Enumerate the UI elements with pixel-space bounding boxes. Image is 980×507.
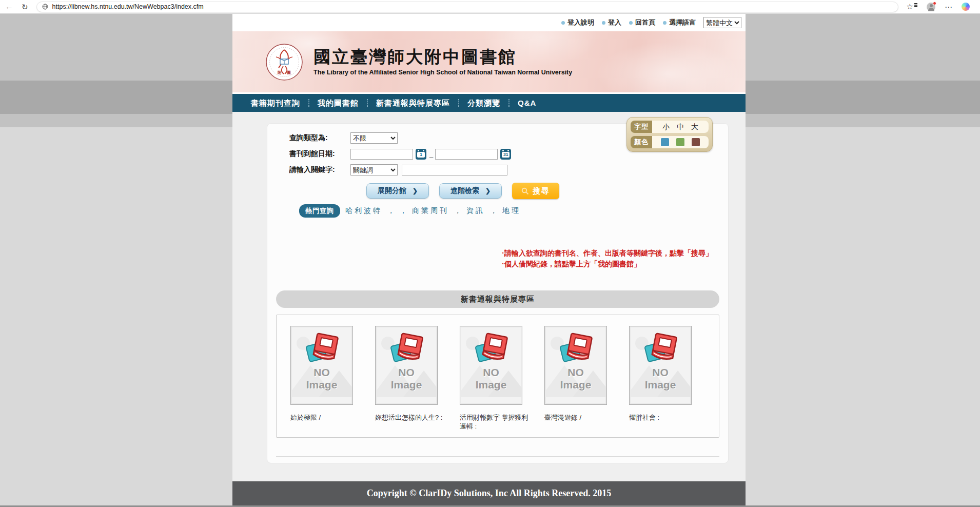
- library-seal-logo: 附 圖: [265, 43, 303, 81]
- notification-dot: [933, 2, 936, 5]
- search-type-label: 查詢類型為:: [289, 133, 350, 143]
- book-stack-icon: [387, 333, 426, 365]
- nav-item-qa[interactable]: Q&A: [509, 94, 544, 112]
- svg-text:圖: 圖: [287, 70, 291, 75]
- language-label: 選擇語言: [663, 18, 696, 27]
- hot-queries-badge: 熱門查詢: [299, 204, 340, 218]
- book-item: NO Image 始於極限 /: [290, 326, 367, 437]
- book-title[interactable]: 始於極限 /: [290, 413, 362, 422]
- book-item: NO Image 活用財報數字 掌握獲利邏輯 :: [460, 326, 537, 437]
- book-cover[interactable]: NO Image: [375, 326, 438, 405]
- theme-color-green-button[interactable]: [676, 138, 684, 146]
- keyword-type-select[interactable]: 關鍵詞: [350, 164, 398, 176]
- utility-bar: 登入說明 登入 回首頁 選擇語言 繁體中文: [232, 14, 746, 31]
- book-title[interactable]: 臺灣漫遊錄 /: [544, 413, 616, 422]
- book-cover[interactable]: NO Image: [629, 326, 692, 405]
- calendar-end-icon[interactable]: 31: [500, 149, 511, 160]
- new-books-list: NO Image 始於極限 /: [276, 315, 719, 438]
- home-link[interactable]: 回首頁: [629, 18, 655, 27]
- book-item: NO Image 妳想活出怎樣的人生? :: [375, 326, 452, 437]
- main-nav: 書籍期刊查詢 我的圖書館 新書通報與特展專區 分類瀏覽 Q&A: [232, 94, 746, 112]
- usage-note-line2: ·個人借閱紀錄，請點擊上方「我的圖書館」: [502, 259, 713, 269]
- site-subtitle: The Library of the Affiliated Senior Hig…: [313, 69, 572, 76]
- hot-link-business-weekly[interactable]: 商業周刊: [412, 206, 449, 216]
- date-range-separator: _: [429, 150, 433, 158]
- refresh-icon[interactable]: ↻: [22, 3, 28, 11]
- font-size-small-button[interactable]: 小: [662, 123, 670, 130]
- favorites-lines: [914, 3, 917, 8]
- hot-link-harry-potter[interactable]: 哈利波特: [345, 206, 382, 216]
- chevron-right-icon: ❯: [485, 187, 491, 194]
- font-size-medium-button[interactable]: 中: [677, 123, 684, 130]
- book-title[interactable]: 懼胖社會 :: [629, 413, 701, 422]
- hot-separator: ，: [454, 206, 461, 216]
- hot-link-information[interactable]: 資訊: [466, 206, 485, 216]
- no-image-label: NO Image: [645, 366, 676, 391]
- date-from-input[interactable]: [350, 149, 413, 160]
- language-select[interactable]: 繁體中文: [703, 17, 741, 28]
- usage-notes: ·請輸入欲查詢的書刊名、作者、出版者等關鍵字後，點擊「搜尋」 ·個人借閱紀錄，請…: [502, 248, 713, 269]
- page: 登入說明 登入 回首頁 選擇語言 繁體中文 附 圖 國: [0, 14, 980, 507]
- browser-toolbar: ← ↻ https://libnew.hs.ntnu.edu.tw/NewWeb…: [0, 0, 980, 14]
- nav-item-browse[interactable]: 分類瀏覽: [459, 94, 508, 112]
- date-to-input[interactable]: [435, 149, 498, 160]
- main-area: 字型 小 中 大 顏色: [232, 112, 746, 481]
- book-stack-icon: [302, 333, 341, 365]
- calendar-start-icon[interactable]: 1: [416, 149, 426, 160]
- search-button[interactable]: 搜尋: [512, 183, 559, 199]
- no-image-label: NO Image: [306, 366, 338, 391]
- book-stack-icon: [472, 333, 511, 365]
- profile-avatar[interactable]: [927, 3, 935, 11]
- bullet-icon: [663, 21, 667, 25]
- arrival-date-label: 書刊到館日期:: [289, 149, 350, 159]
- svg-text:附: 附: [278, 70, 282, 75]
- back-icon[interactable]: ←: [5, 3, 13, 11]
- content-card: 字型 小 中 大 顏色: [267, 123, 729, 463]
- nav-item-catalog-search[interactable]: 書籍期刊查詢: [243, 94, 308, 112]
- book-cover[interactable]: NO Image: [290, 326, 353, 405]
- site-footer: Copyright © ClarIDy Solutions, Inc All R…: [232, 481, 746, 505]
- book-title[interactable]: 活用財報數字 掌握獲利邏輯 :: [460, 413, 532, 431]
- advanced-search-button[interactable]: 進階檢索❯: [439, 183, 502, 199]
- bullet-icon: [561, 21, 565, 25]
- chevron-right-icon: ❯: [413, 187, 418, 194]
- usage-note-line1: ·請輸入欲查詢的書刊名、作者、出版者等關鍵字後，點擊「搜尋」: [502, 248, 713, 259]
- new-books-section-title: 新書通報與特展專區: [276, 290, 719, 308]
- login-help-link[interactable]: 登入說明: [561, 18, 594, 27]
- login-link[interactable]: 登入: [602, 18, 621, 27]
- search-type-select[interactable]: 不限: [350, 132, 398, 144]
- hot-link-geography[interactable]: 地理: [502, 206, 521, 216]
- copilot-icon[interactable]: [962, 3, 970, 11]
- url-text[interactable]: https://libnew.hs.ntnu.edu.tw/NewWebpac3…: [52, 3, 204, 10]
- address-bar[interactable]: https://libnew.hs.ntnu.edu.tw/NewWebpac3…: [36, 2, 898, 12]
- site-column: 登入說明 登入 回首頁 選擇語言 繁體中文 附 圖 國: [232, 14, 746, 505]
- globe-icon: [42, 4, 48, 10]
- site-title: 國立臺灣師大附中圖書館: [313, 48, 572, 66]
- expand-branches-button[interactable]: 展開分館❯: [366, 183, 429, 199]
- keyword-input[interactable]: [402, 165, 507, 176]
- font-size-label: 字型: [631, 121, 652, 133]
- more-menu-icon[interactable]: ⋯: [945, 3, 952, 11]
- font-size-large-button[interactable]: 大: [691, 123, 698, 130]
- nav-item-new-books[interactable]: 新書通報與特展專區: [368, 94, 458, 112]
- display-settings-panel: 字型 小 中 大 顏色: [626, 117, 713, 152]
- hot-separator: ，: [490, 206, 497, 216]
- nav-item-my-library[interactable]: 我的圖書館: [309, 94, 367, 112]
- color-theme-label: 顏色: [631, 136, 652, 148]
- hot-separator: ，: [387, 206, 395, 216]
- book-cover[interactable]: NO Image: [544, 326, 607, 405]
- no-image-label: NO Image: [391, 366, 422, 391]
- card-divider: [276, 456, 719, 457]
- no-image-label: NO Image: [560, 366, 592, 391]
- search-icon: [521, 187, 529, 195]
- bullet-icon: [602, 21, 605, 25]
- bullet-icon: [629, 21, 633, 25]
- book-title[interactable]: 妳想活出怎樣的人生? :: [375, 413, 447, 422]
- theme-color-brown-button[interactable]: [692, 138, 700, 146]
- theme-color-blue-button[interactable]: [661, 138, 669, 146]
- site-header: 附 圖 國立臺灣師大附中圖書館 The Library of the Affil…: [232, 31, 746, 92]
- keyword-label: 請輸入關鍵字:: [289, 165, 350, 174]
- book-cover[interactable]: NO Image: [460, 326, 522, 405]
- favorites-icon[interactable]: ☆: [907, 2, 917, 11]
- book-item: NO Image 臺灣漫遊錄 /: [544, 326, 621, 437]
